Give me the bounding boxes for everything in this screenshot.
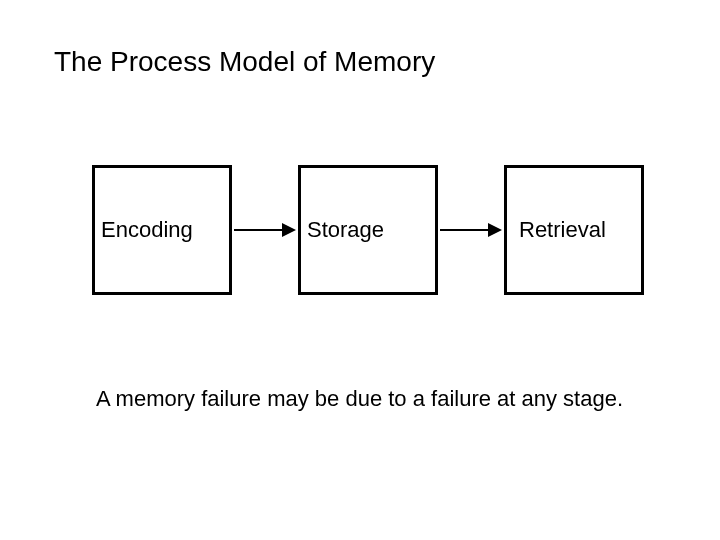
process-diagram: Encoding Storage Retrieval xyxy=(92,165,644,295)
arrow-icon xyxy=(440,223,502,237)
slide-title: The Process Model of Memory xyxy=(54,46,435,78)
box-encoding: Encoding xyxy=(92,165,232,295)
box-storage-label: Storage xyxy=(307,217,384,243)
caption-text: A memory failure may be due to a failure… xyxy=(96,386,623,412)
box-retrieval-label: Retrieval xyxy=(519,217,606,243)
arrow-icon xyxy=(234,223,296,237)
box-retrieval: Retrieval xyxy=(504,165,644,295)
box-storage: Storage xyxy=(298,165,438,295)
box-encoding-label: Encoding xyxy=(101,217,193,243)
